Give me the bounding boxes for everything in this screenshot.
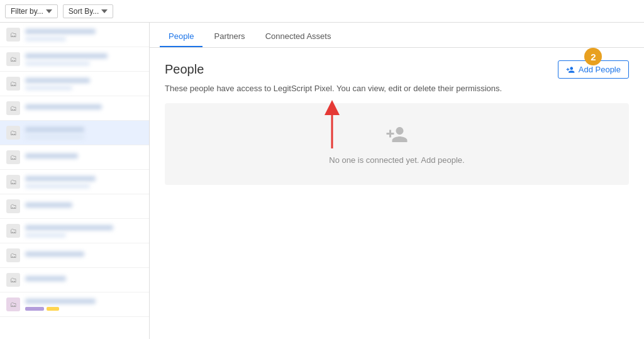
empty-person-icon: [386, 123, 408, 150]
filter-label: Filter by...: [11, 7, 43, 16]
empty-state-text: No one is connected yet. Add people.: [329, 155, 464, 165]
item-sub: [25, 86, 72, 90]
item-text: [25, 127, 143, 139]
item-text: [25, 225, 143, 237]
empty-state: No one is connected yet. Add people.: [165, 103, 629, 185]
list-item[interactable]: 🗂: [0, 47, 149, 72]
chevron-down-icon: [46, 8, 52, 14]
item-icon: 🗂: [6, 248, 20, 262]
item-title: [25, 104, 102, 109]
person-add-icon: [386, 123, 408, 146]
main-content: 🗂 🗂 🗂: [0, 23, 644, 339]
right-panel: People Partners Connected Assets 1 Peopl…: [150, 23, 644, 339]
item-title: [25, 252, 84, 257]
list-item[interactable]: 🗂: [0, 243, 149, 268]
yellow-tag: [47, 307, 59, 311]
purple-tag: [25, 307, 44, 311]
item-icon: 🗂: [6, 52, 20, 66]
item-title: [25, 29, 96, 34]
item-icon: 🗂: [6, 150, 20, 164]
list-item[interactable]: 🗂: [0, 96, 149, 121]
section-description: These people have access to LegitScript …: [165, 84, 629, 93]
item-text: [25, 78, 143, 90]
item-icon: 🗂: [6, 126, 20, 140]
tab-connected-assets[interactable]: Connected Assets: [257, 26, 340, 47]
item-title: [25, 225, 113, 230]
item-text: [25, 29, 143, 41]
tab-people[interactable]: People: [160, 26, 203, 47]
list-item[interactable]: 🗂: [0, 145, 149, 170]
filter-button[interactable]: Filter by...: [5, 4, 58, 18]
list-item[interactable]: 🗂: [0, 72, 149, 96]
list-item[interactable]: 🗂: [0, 292, 149, 317]
item-title: [25, 53, 108, 58]
section-header: People 2 Add People: [165, 60, 629, 79]
item-sub: [25, 62, 90, 65]
sort-button[interactable]: Sort By...: [63, 4, 113, 18]
item-text: [25, 53, 143, 65]
annotation-circle-2: 2: [584, 48, 602, 65]
toolbar: Filter by... Sort By...: [0, 0, 644, 23]
sort-label: Sort By...: [69, 7, 99, 16]
item-icon: 🗂: [6, 224, 20, 238]
item-title: [25, 203, 72, 208]
item-icon: 🗂: [6, 28, 20, 42]
tabs-bar: People Partners Connected Assets: [150, 23, 644, 48]
item-icon: 🗂: [6, 175, 20, 189]
list-item[interactable]: 🗂: [0, 219, 149, 243]
list-item-selected[interactable]: 🗂: [0, 121, 149, 145]
item-sub: [25, 135, 84, 139]
list-item[interactable]: 🗂: [0, 23, 149, 47]
people-section: 1 People 2 Add People: [150, 48, 644, 339]
item-sub: [25, 184, 90, 188]
section-title: People: [165, 62, 204, 77]
item-text: [25, 252, 143, 260]
chevron-down-icon: [101, 8, 108, 14]
item-title: [25, 176, 96, 181]
app-container: Filter by... Sort By... 🗂 🗂: [0, 0, 644, 339]
item-title: [25, 127, 84, 132]
item-title: [25, 276, 66, 281]
add-people-label: Add People: [579, 65, 621, 74]
item-title: [25, 78, 90, 83]
list-item[interactable]: 🗂: [0, 170, 149, 194]
item-title: [25, 299, 96, 304]
item-text: [25, 203, 143, 211]
item-icon: 🗂: [6, 101, 20, 115]
list-item[interactable]: 🗂: [0, 194, 149, 219]
item-sub: [25, 233, 66, 237]
item-text: [25, 276, 143, 284]
item-text: [25, 153, 143, 162]
tab-partners[interactable]: Partners: [205, 26, 253, 47]
item-title: [25, 153, 78, 158]
item-text: [25, 299, 143, 311]
item-icon: 🗂: [6, 297, 20, 311]
item-icon: 🗂: [6, 199, 20, 213]
item-icon: 🗂: [6, 77, 20, 91]
sidebar-list: 🗂 🗂 🗂: [0, 23, 150, 339]
item-sub: [25, 37, 66, 41]
item-icon: 🗂: [6, 273, 20, 287]
item-text: [25, 104, 143, 113]
add-person-icon: [566, 65, 575, 74]
list-item[interactable]: 🗂: [0, 268, 149, 292]
item-text: [25, 176, 143, 188]
